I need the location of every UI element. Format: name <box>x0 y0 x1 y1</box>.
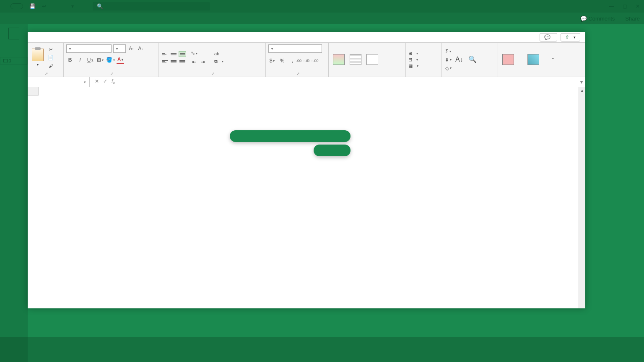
font-color-button[interactable]: A <box>117 56 124 64</box>
name-box[interactable]: ▾ <box>28 77 90 87</box>
inner-excel-screenshot: 💬 ⇧▾ ▾ ✂ 📄 🖌 ⤢ <box>28 32 585 308</box>
fill-color-button[interactable]: 🪣 <box>106 56 114 64</box>
ribbon-tabs: 💬 ⇧▾ <box>28 32 585 43</box>
delete-cells-button[interactable]: ⊟ <box>408 57 418 62</box>
bg-close-icon[interactable]: ✕ <box>636 3 640 9</box>
cell-styles-icon <box>366 54 378 65</box>
collapse-ribbon-button[interactable]: ⌃ <box>548 43 557 77</box>
conditional-formatting-button[interactable] <box>331 54 346 66</box>
comment-icon: 💬 <box>544 34 551 40</box>
bg-bottom-bar <box>0 337 644 362</box>
autosum-button[interactable]: Σ <box>444 48 452 55</box>
chevron-down-icon: ▾ <box>84 80 86 84</box>
addins-button[interactable] <box>501 54 516 66</box>
share-icon: ⇧ <box>565 34 569 40</box>
spreadsheet-grid[interactable]: ▲ <box>28 87 585 308</box>
sort-filter-button[interactable]: A↓ <box>454 55 465 64</box>
overlay-line2 <box>314 145 351 156</box>
bg-share-button[interactable]: Share <box>625 16 640 22</box>
increase-decimal-button[interactable]: .00→.0 <box>299 57 306 65</box>
bg-paste-icon[interactable] <box>8 28 19 39</box>
cut-icon[interactable]: ✂ <box>47 47 55 53</box>
align-middle-button[interactable] <box>170 51 177 57</box>
analyze-icon <box>527 54 539 65</box>
decrease-indent-button[interactable]: ⇤ <box>190 58 198 66</box>
insert-icon: ⊞ <box>408 51 412 56</box>
overlay-line1 <box>230 130 351 142</box>
addins-icon <box>502 54 514 65</box>
scroll-up-icon[interactable]: ▲ <box>579 87 585 94</box>
vertical-scrollbar[interactable]: ▲ <box>579 87 585 308</box>
select-all-corner[interactable] <box>28 87 39 96</box>
dialog-launcher-icon[interactable]: ⤢ <box>110 72 114 76</box>
autosave-toggle[interactable] <box>10 3 23 9</box>
copy-icon[interactable]: 📄 <box>47 54 55 61</box>
italic-button[interactable]: I <box>76 56 84 64</box>
comma-format-button[interactable]: , <box>288 57 296 65</box>
bg-search-box[interactable]: 🔍 <box>93 2 210 10</box>
cell-styles-button[interactable] <box>365 54 380 66</box>
merge-center-button[interactable]: ⧉ <box>213 58 225 65</box>
align-right-button[interactable] <box>179 58 186 64</box>
paste-button[interactable]: ▾ <box>30 49 45 67</box>
find-icon: 🔍 <box>468 55 477 63</box>
fill-button[interactable]: ⬇ <box>444 56 452 64</box>
orientation-button[interactable]: ⤡ <box>190 49 198 57</box>
bg-ribbon-tabs: 💬 Comments Share <box>0 13 644 24</box>
number-format-select[interactable] <box>268 44 322 53</box>
bg-namebox[interactable]: E10 <box>0 57 28 65</box>
find-select-button[interactable]: 🔍 <box>467 55 478 64</box>
percent-format-button[interactable]: % <box>278 57 286 65</box>
bg-titlebar: 💾 ↩ ▾ 🔍 — ▢ ✕ <box>0 0 644 13</box>
wrap-text-button[interactable]: ab <box>213 51 225 57</box>
bg-maximize-icon[interactable]: ▢ <box>623 3 627 9</box>
underline-button[interactable]: U <box>86 56 94 64</box>
expand-formula-bar-icon[interactable]: ▾ <box>578 79 585 85</box>
font-size-select[interactable] <box>113 44 126 53</box>
search-icon: 🔍 <box>97 3 103 9</box>
accounting-format-button[interactable]: $ <box>268 57 276 65</box>
decrease-font-icon[interactable]: A↓ <box>137 45 144 52</box>
table-icon <box>350 54 361 65</box>
bg-comments-button[interactable]: 💬 Comments <box>580 16 615 22</box>
dialog-launcher-icon[interactable]: ⤢ <box>45 72 48 76</box>
bold-button[interactable]: B <box>66 56 74 64</box>
bg-minimize-icon[interactable]: — <box>609 3 614 9</box>
dialog-launcher-icon[interactable]: ⤢ <box>211 72 215 76</box>
increase-font-icon[interactable]: A↑ <box>127 45 135 52</box>
increase-indent-button[interactable]: ⇥ <box>199 58 207 66</box>
title-overlay <box>230 130 351 156</box>
merge-icon: ⧉ <box>214 59 218 64</box>
chevron-down-icon: ▾ <box>37 63 39 67</box>
chevron-down-icon: ▾ <box>574 35 576 39</box>
border-button[interactable]: ⊞ <box>96 56 104 64</box>
align-center-button[interactable] <box>170 58 177 64</box>
fx-icon[interactable]: fx <box>112 78 115 85</box>
analyze-data-button[interactable] <box>526 54 541 66</box>
save-icon[interactable]: 💾 <box>29 3 36 9</box>
delete-icon: ⊟ <box>408 57 412 62</box>
align-top-button[interactable] <box>161 51 169 57</box>
align-left-button[interactable] <box>161 58 169 64</box>
font-name-select[interactable] <box>66 44 112 53</box>
format-painter-icon[interactable]: 🖌 <box>47 62 55 69</box>
decrease-decimal-button[interactable]: .0→.00 <box>309 57 316 65</box>
insert-cells-button[interactable]: ⊞ <box>408 51 418 56</box>
dialog-launcher-icon[interactable]: ⤢ <box>296 72 300 76</box>
clear-button[interactable]: ◇ <box>444 65 452 72</box>
format-cells-button[interactable]: ▦ <box>408 63 418 69</box>
share-button[interactable]: ⇧▾ <box>561 33 580 41</box>
align-bottom-button[interactable] <box>179 51 186 57</box>
cond-fmt-icon <box>333 54 345 65</box>
ribbon: ▾ ✂ 📄 🖌 ⤢ A↑ A↓ B <box>28 43 585 77</box>
format-icon: ▦ <box>408 63 413 69</box>
sort-icon: A↓ <box>455 55 463 63</box>
accept-formula-icon[interactable]: ✓ <box>103 78 107 85</box>
cancel-formula-icon[interactable]: ✕ <box>95 78 99 85</box>
comments-button[interactable]: 💬 <box>540 33 557 41</box>
format-as-table-button[interactable] <box>348 54 363 66</box>
paste-icon <box>32 49 44 61</box>
undo-icon[interactable]: ↩ <box>42 3 46 9</box>
bg-title-chevron-icon[interactable]: ▾ <box>71 3 74 9</box>
wrap-icon: ab <box>214 51 219 56</box>
